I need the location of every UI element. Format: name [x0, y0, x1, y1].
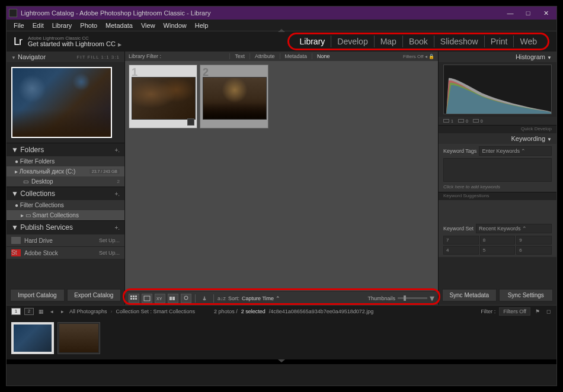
module-slideshow[interactable]: Slideshow — [434, 36, 484, 47]
bottom-panel-toggle[interactable] — [7, 359, 556, 364]
close-button[interactable]: ✕ — [538, 8, 554, 18]
folder-drive[interactable]: ▸ Локальный диск (C:) 23.7 / 243 GB — [7, 166, 124, 176]
keywording-header[interactable]: Keywording ▼ — [439, 133, 556, 144]
filter-preset[interactable]: Filters Off ◂ 🔒 — [403, 54, 434, 59]
kw-slot[interactable]: 6 — [516, 246, 552, 255]
library-filter-bar: Library Filter : Text Attribute Metadata… — [125, 52, 438, 61]
view-loupe-icon[interactable] — [142, 294, 152, 303]
minimize-button[interactable]: — — [502, 8, 519, 18]
menu-view[interactable]: View — [137, 21, 159, 30]
folders-header[interactable]: ▼ Folders +. — [7, 143, 124, 156]
folder-desktop[interactable]: ▭Desktop 2 — [7, 176, 124, 187]
view-compare-icon[interactable]: XY — [155, 294, 165, 303]
painter-tool-icon[interactable] — [199, 294, 210, 303]
secondary-display-2[interactable]: 2 — [24, 308, 34, 315]
sort-label: Sort: — [228, 295, 239, 301]
publish-harddrive[interactable]: Hard Drive Set Up... — [7, 234, 124, 246]
view-people-icon[interactable] — [181, 294, 191, 303]
keyword-hint[interactable]: Click here to add keywords — [443, 184, 552, 189]
filter-collections-input[interactable]: ● Filter Collections — [7, 200, 124, 210]
menu-library[interactable]: Library — [49, 21, 76, 30]
identity-plate-row: Lr Adobe Lightroom Classic CC Get starte… — [7, 31, 556, 52]
sort-direction-icon[interactable]: a↓z — [217, 295, 226, 301]
svg-rect-6 — [144, 296, 150, 301]
maximize-button[interactable]: □ — [520, 8, 536, 18]
module-picker: Library Develop Map Book Slideshow Print… — [287, 33, 550, 50]
kw-slot[interactable]: 7 — [443, 236, 479, 245]
folder-icon: ▭ — [23, 178, 29, 182]
navigator-header[interactable]: ▼ Navigator FIT FILL 1:1 3:1 — [7, 52, 124, 62]
module-print[interactable]: Print — [484, 36, 514, 47]
drive-usage: 23.7 / 243 GB — [89, 169, 120, 174]
svg-rect-1 — [133, 295, 135, 297]
export-catalog-button[interactable]: Export Catalog — [67, 289, 121, 301]
keyword-textarea[interactable] — [443, 158, 552, 182]
publish-add-icon[interactable]: +. — [114, 224, 120, 231]
menu-file[interactable]: File — [10, 21, 28, 30]
filter-folders-input[interactable]: ● Filter Folders — [7, 156, 124, 166]
breadcrumb-root[interactable]: All Photographs — [69, 309, 107, 314]
grid-toolbar: XY a↓z Sort: Capture Time ⌃ Thumbnails ▾ — [125, 291, 438, 305]
toolbar-menu-icon[interactable]: ▾ — [430, 293, 434, 304]
filmstrip[interactable] — [7, 317, 556, 359]
thumbnail-badge-icon[interactable] — [187, 118, 194, 126]
filter-metadata[interactable]: Metadata — [280, 53, 312, 59]
breadcrumb-collection[interactable]: Collection Set : Smart Collections — [116, 309, 196, 314]
kw-slot[interactable]: 4 — [443, 246, 479, 255]
sync-settings-button[interactable]: Sync Settings — [499, 289, 554, 301]
filter-lock-icon[interactable]: ◻ — [545, 308, 552, 315]
import-catalog-button[interactable]: Import Catalog — [10, 289, 65, 301]
keyword-tags-dropdown[interactable]: Enter Keywords ⌃ — [479, 146, 552, 156]
collection-smart[interactable]: ▸ ▭ Smart Collections — [7, 210, 124, 220]
module-map[interactable]: Map — [374, 36, 402, 47]
filter-flag-icon[interactable]: ⚑ — [534, 308, 541, 315]
collections-header[interactable]: ▼ Collections +. — [7, 187, 124, 200]
module-library[interactable]: Library — [294, 36, 331, 47]
filter-text[interactable]: Text — [229, 53, 249, 59]
module-web[interactable]: Web — [513, 36, 543, 47]
filter-none[interactable]: None — [312, 53, 335, 59]
menu-window[interactable]: Window — [160, 21, 190, 30]
menu-metadata[interactable]: Metadata — [102, 21, 136, 30]
nav-back-icon[interactable]: ◂ — [48, 308, 55, 315]
menu-edit[interactable]: Edit — [29, 21, 47, 30]
filter-attribute[interactable]: Attribute — [249, 53, 280, 59]
svg-rect-5 — [135, 298, 137, 300]
secondary-display-1[interactable]: 1 — [11, 308, 21, 315]
kw-slot[interactable]: 8 — [480, 236, 516, 245]
sync-metadata-button[interactable]: Sync Metadata — [442, 289, 497, 301]
keyword-suggestions-header[interactable]: Keyword Suggestions — [439, 192, 556, 200]
nav-fwd-icon[interactable]: ▸ — [59, 308, 66, 315]
module-book[interactable]: Book — [402, 36, 434, 47]
grid-icon[interactable]: ▦ — [37, 308, 44, 315]
publish-adobestock[interactable]: StAdobe Stock Set Up... — [7, 246, 124, 259]
filmstrip-thumb-1[interactable] — [11, 322, 54, 354]
menu-photo[interactable]: Photo — [76, 21, 101, 30]
navigator-preview[interactable] — [7, 62, 124, 143]
sort-dropdown[interactable]: Capture Time ⌃ — [242, 295, 280, 301]
status-filter-label: Filter : — [481, 309, 495, 314]
folders-add-icon[interactable]: +. — [114, 147, 120, 153]
menu-help[interactable]: Help — [191, 21, 212, 30]
thumbnail-size-slider[interactable] — [398, 297, 427, 299]
keyword-set-dropdown[interactable]: Recent Keywords ⌃ — [476, 224, 552, 233]
view-survey-icon[interactable] — [168, 294, 178, 303]
window-title: Lightroom Catalog - Adobe Photoshop Ligh… — [21, 9, 210, 17]
publish-header[interactable]: ▼ Publish Services +. — [7, 220, 124, 234]
histogram-header[interactable]: Histogram ▼ — [439, 52, 556, 62]
navigator-zoom-opts[interactable]: FIT FILL 1:1 3:1 — [77, 54, 120, 60]
status-filter-dropdown[interactable]: Filters Off — [499, 307, 530, 316]
collections-add-icon[interactable]: +. — [114, 191, 120, 197]
grid-cell-2[interactable]: 2 — [200, 65, 268, 128]
histogram-display[interactable] — [443, 65, 552, 114]
filmstrip-thumb-2[interactable] — [57, 322, 100, 354]
quick-develop-header[interactable]: Quick Develop — [439, 125, 556, 133]
kw-slot[interactable]: 9 — [516, 236, 552, 245]
filmstrip-image — [14, 324, 52, 352]
get-started-link[interactable]: Get started with Lightroom CC▶ — [28, 41, 121, 47]
module-develop[interactable]: Develop — [331, 36, 373, 47]
grid-view[interactable]: 1 2 — [125, 61, 438, 291]
kw-slot[interactable]: 5 — [480, 246, 516, 255]
grid-cell-1[interactable]: 1 — [129, 65, 197, 128]
view-grid-icon[interactable] — [129, 294, 139, 303]
